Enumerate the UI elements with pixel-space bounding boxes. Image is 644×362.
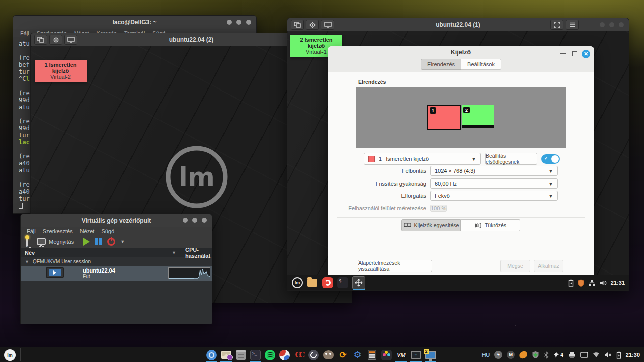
- pause-vm-button[interactable]: [95, 238, 102, 245]
- monitor-select-dropdown[interactable]: 1 Ismeretlen kijelző ▼: [364, 153, 481, 165]
- guest-menu-button[interactable]: lm: [291, 277, 303, 289]
- vm2-console-button[interactable]: [34, 35, 47, 45]
- virt-viewer-button[interactable]: 2: [423, 347, 438, 362]
- guest-files-button[interactable]: [306, 277, 318, 289]
- vm-window-1[interactable]: ubuntu22.04 (1) 2 Ismeretlen kijelző Vir…: [287, 18, 629, 291]
- guest-terminal-button[interactable]: $_: [337, 277, 349, 289]
- run-vm-button[interactable]: [83, 238, 90, 246]
- kangaroo-tray-icon[interactable]: [519, 350, 528, 359]
- vm1-display-button[interactable]: [321, 20, 334, 30]
- vm1-window-controls[interactable]: [600, 22, 624, 27]
- host-taskbar[interactable]: lm >_ CC ⟳ ⚙ VM ⌁ 2 HU ϟ M 4 21:30: [0, 347, 644, 362]
- rotation-dropdown[interactable]: Fekvő▼: [430, 191, 558, 201]
- maximize-button[interactable]: [572, 51, 577, 56]
- vmm-window-controls[interactable]: [183, 218, 207, 223]
- terminal-titlebar[interactable]: laco@DellG3: ~: [13, 16, 256, 29]
- vmm-group-row[interactable]: ▼ QEMU/KVM User session: [21, 257, 212, 266]
- gear-app-button[interactable]: ⚙: [350, 347, 365, 362]
- close-button[interactable]: ✕: [582, 50, 590, 58]
- guest-browser-button[interactable]: [321, 277, 334, 289]
- hamburger-menu-button[interactable]: [566, 20, 579, 30]
- battery-tray-icon[interactable]: [616, 351, 621, 359]
- restore-defaults-button[interactable]: Alapértelmezések visszaállítása: [358, 260, 432, 272]
- monitor-1-thumbnail[interactable]: 1: [427, 105, 461, 130]
- volume-muted-icon[interactable]: [604, 352, 612, 358]
- vm2-details-button[interactable]: [49, 35, 62, 45]
- minimize-button[interactable]: [560, 53, 566, 54]
- spotify-button[interactable]: [263, 347, 277, 362]
- expander-icon[interactable]: ▼: [25, 259, 29, 264]
- refresh-rate-dropdown[interactable]: 60,00 Hz▼: [430, 178, 558, 189]
- monitor-enabled-toggle[interactable]: ✓: [541, 154, 560, 164]
- vmm-menu-view[interactable]: Nézet: [80, 228, 95, 234]
- resolve-icon: [381, 350, 392, 360]
- mirror-displays-button[interactable]: Tükrözés: [461, 219, 520, 231]
- vm-row-ubuntu[interactable]: ubuntu22.04 Fut: [21, 266, 212, 281]
- column-name[interactable]: Név: [21, 250, 35, 256]
- shutdown-vm-button[interactable]: [107, 238, 115, 246]
- messenger-tray-icon[interactable]: ϟ: [494, 351, 502, 359]
- guest-system-tray[interactable]: 21:31: [568, 279, 625, 287]
- calculator-button[interactable]: [365, 347, 379, 362]
- vm1-titlebar[interactable]: ubuntu22.04 (1): [287, 18, 629, 31]
- mint-menu-button[interactable]: lm: [4, 349, 16, 361]
- display-settings-dialog[interactable]: Kijelző Elrendezés Beállítások ✕ Elrende…: [328, 46, 594, 275]
- shutdown-menu-caret[interactable]: ▼: [120, 239, 125, 244]
- double-commander-button[interactable]: CC: [292, 347, 306, 362]
- vmm-list-header[interactable]: Név ▼ CPU-használat: [21, 248, 212, 257]
- gimp-icon: [323, 350, 334, 359]
- virt-manager-button[interactable]: ⌁: [409, 347, 423, 362]
- menu-file[interactable]: Fájl: [20, 30, 29, 36]
- display-tray-icon[interactable]: [580, 352, 588, 358]
- vm1-guest-screen[interactable]: 2 Ismeretlen kijelző Virtual-1 Kijelző E…: [287, 31, 629, 290]
- chromium-button[interactable]: [204, 347, 219, 362]
- fullscreen-button[interactable]: [550, 20, 564, 30]
- new-vm-button[interactable]: [26, 237, 28, 246]
- vmm-menu-file[interactable]: Fájl: [27, 228, 36, 234]
- m-app-tray-icon[interactable]: M: [507, 351, 515, 359]
- open-vm-button[interactable]: Megnyitás: [37, 238, 74, 245]
- tab-settings[interactable]: Beállítások: [461, 59, 501, 70]
- resolution-dropdown[interactable]: 1024 × 768 (4:3)▼: [430, 166, 558, 176]
- file-manager-button[interactable]: [233, 347, 248, 362]
- network-tray-icon[interactable]: [593, 352, 600, 358]
- column-cpu[interactable]: CPU-használat: [185, 247, 212, 259]
- vmm-menubar[interactable]: Fájl Szerkesztés Nézet Súgó: [21, 227, 212, 235]
- obs-button[interactable]: [306, 347, 321, 362]
- vm1-details-button[interactable]: [306, 20, 319, 30]
- resolve-button[interactable]: [379, 347, 394, 362]
- monitor-arrangement-canvas[interactable]: 1 2: [356, 87, 566, 148]
- dialog-tabs[interactable]: Elrendezés Beállítások: [328, 59, 594, 70]
- dialog-header[interactable]: Kijelző Elrendezés Beállítások ✕: [328, 46, 594, 72]
- vm-manager-window[interactable]: Virtuális gép vezérlőpult Fájl Szerkeszt…: [20, 214, 212, 324]
- bluetooth-icon[interactable]: [544, 351, 549, 359]
- vmm-titlebar[interactable]: Virtuális gép vezérlőpult: [21, 214, 212, 227]
- mint-logo-icon: lm: [292, 277, 303, 288]
- sphere-app-button[interactable]: [277, 347, 292, 362]
- obs-icon: [308, 350, 319, 360]
- vm2-display-button[interactable]: [64, 35, 77, 45]
- tab-layout[interactable]: Elrendezés: [421, 59, 461, 70]
- sort-caret-icon[interactable]: ▼: [172, 250, 176, 255]
- vmm-menu-help[interactable]: Súgó: [101, 228, 114, 234]
- cancel-button[interactable]: Mégse: [500, 260, 530, 272]
- update-manager-icon[interactable]: [532, 351, 539, 359]
- vmm-menu-edit[interactable]: Szerkesztés: [43, 228, 73, 234]
- printer-icon[interactable]: [568, 352, 576, 358]
- vmware-button[interactable]: VM: [394, 347, 409, 362]
- apply-button[interactable]: Alkalmaz: [534, 260, 564, 272]
- gimp-button[interactable]: [321, 347, 336, 362]
- notes-tray-icon[interactable]: 4: [553, 352, 564, 358]
- terminal-window-controls[interactable]: [227, 20, 251, 25]
- set-primary-button[interactable]: Beállítás elsődlegesnek: [485, 153, 537, 165]
- terminal-button[interactable]: >_: [248, 347, 263, 362]
- keyboard-layout-indicator[interactable]: HU: [481, 352, 490, 358]
- guest-display-settings-button[interactable]: [352, 277, 366, 289]
- monitor-2-thumbnail[interactable]: 2: [462, 105, 494, 128]
- mail-button[interactable]: [219, 347, 233, 362]
- guest-taskbar[interactable]: lm $_ 21:31: [287, 275, 629, 290]
- sync-app-button[interactable]: ⟳: [336, 347, 350, 362]
- vm1-console-button[interactable]: [291, 20, 304, 30]
- join-displays-button[interactable]: Kijelzők egyesítése: [401, 219, 461, 231]
- vmm-toolbar[interactable]: Megnyitás ▼: [21, 235, 212, 248]
